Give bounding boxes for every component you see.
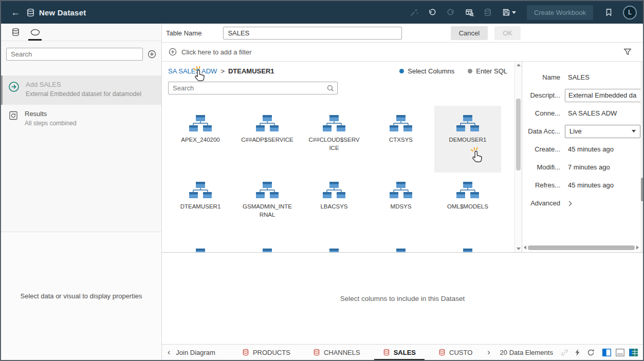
tabs-scroll-left-icon[interactable]: ‹ xyxy=(164,348,174,357)
schema-item[interactable]: C##CLOUD$SERVICE xyxy=(301,106,367,173)
tab-sales[interactable]: SALES xyxy=(372,345,427,360)
save-icon[interactable] xyxy=(498,4,520,21)
dropdown-caret-icon xyxy=(632,130,636,132)
dataset-table-tabs: PRODUCTS CHANNELS SALES CUSTO xyxy=(231,345,484,360)
properties-vertical-scrollbar[interactable] xyxy=(640,62,644,252)
lightning-icon[interactable] xyxy=(575,349,581,356)
scrollbar-thumb[interactable] xyxy=(528,245,635,250)
bookmark-icon[interactable] xyxy=(600,4,617,21)
toggle-left-pane-icon[interactable] xyxy=(602,349,611,356)
schema-item[interactable]: LBACSYS xyxy=(301,173,367,239)
dataset-icon xyxy=(24,4,37,21)
property-row-modified: Modifi... 7 minutes ago xyxy=(522,158,640,176)
tab-products[interactable]: PRODUCTS xyxy=(231,345,302,360)
top-toolbar: Create Workbook L xyxy=(406,4,637,21)
schema-item-partial[interactable] xyxy=(367,239,434,252)
properties-horizontal-scrollbar[interactable] xyxy=(524,244,639,251)
schema-icon xyxy=(189,248,212,252)
schema-item[interactable]: C##ADP$SERVICE xyxy=(234,106,301,173)
link-icon[interactable] xyxy=(561,349,568,356)
schema-item[interactable]: CTXSYS xyxy=(367,106,434,173)
property-row-refreshed: Refres... 45 minutes ago xyxy=(522,176,640,194)
ok-button[interactable]: OK xyxy=(494,26,521,40)
mode-toggle: Select Columns Enter SQL xyxy=(399,67,507,75)
schema-scrollbar[interactable] xyxy=(514,62,522,252)
schema-grid: APEX_240200 C##ADP$SERVICE C##CLOUD$SERV… xyxy=(167,106,514,252)
create-workbook-button[interactable]: Create Workbook xyxy=(527,5,593,20)
property-row-connection: Conne... SA SALES ADW xyxy=(522,104,640,122)
property-value: 45 minutes ago xyxy=(568,145,614,153)
undo-icon[interactable] xyxy=(424,4,440,21)
scrollbar-thumb[interactable] xyxy=(641,178,644,201)
mode-select-columns[interactable]: Select Columns xyxy=(399,67,454,75)
bottom-actions xyxy=(561,349,595,356)
property-label: Name xyxy=(522,73,560,81)
save-menu-caret-icon[interactable] xyxy=(512,11,516,14)
step-item-results[interactable]: Results All steps combined xyxy=(1,105,161,134)
schema-item-partial[interactable] xyxy=(434,239,501,252)
tab-data-icon[interactable] xyxy=(7,24,24,41)
breadcrumb-separator: > xyxy=(220,67,225,75)
schema-item-partial[interactable] xyxy=(167,239,234,252)
properties-placeholder-panel: Select data or visual to display propert… xyxy=(1,232,161,360)
schema-item[interactable]: DTEAMUSER1 xyxy=(167,173,234,239)
add-filter-label[interactable]: Click here to add a filter xyxy=(181,48,252,56)
layout-toggles xyxy=(602,349,638,356)
inspect-icon[interactable] xyxy=(461,4,477,21)
schema-item[interactable]: GSMADMIN_INTERNAL xyxy=(234,173,301,239)
preview-placeholder-text: Select columns to include in this Datase… xyxy=(340,295,465,302)
schema-search-input[interactable] xyxy=(168,82,338,94)
refresh-icon[interactable] xyxy=(587,349,595,356)
tab-steps-icon[interactable] xyxy=(27,24,43,41)
redo-icon[interactable] xyxy=(443,4,459,21)
property-label: Data Acc... xyxy=(522,127,560,135)
schema-label: C##CLOUD$SERVICE xyxy=(308,136,360,152)
add-step-icon[interactable] xyxy=(148,50,156,59)
advanced-toggle[interactable]: Advanced xyxy=(522,194,640,212)
filter-funnel-icon[interactable] xyxy=(623,48,632,56)
tab-customers[interactable]: CUSTO xyxy=(427,345,484,360)
cancel-button[interactable]: Cancel xyxy=(451,26,488,40)
schema-label: CTXSYS xyxy=(375,136,427,144)
data-grid-view-icon[interactable] xyxy=(629,349,638,356)
data-icon[interactable] xyxy=(480,4,496,21)
property-label: Descript... xyxy=(522,91,560,99)
auto-insights-icon[interactable] xyxy=(406,4,422,21)
scrollbar-thumb[interactable] xyxy=(516,99,521,170)
scroll-down-icon[interactable] xyxy=(517,248,521,250)
schema-item-partial[interactable] xyxy=(234,239,301,252)
schema-search-row xyxy=(168,82,338,94)
bottom-bar: ‹ Join Diagram PRODUCTS CHANNELS SALES xyxy=(162,344,643,360)
app-window: ← New Dataset xyxy=(0,0,644,361)
description-input[interactable] xyxy=(565,89,640,102)
toggle-bottom-pane-icon[interactable] xyxy=(616,349,624,356)
property-value: 7 minutes ago xyxy=(568,163,610,171)
mode-label: Select Columns xyxy=(408,67,454,75)
sidebar-tabs xyxy=(1,24,161,41)
schema-item-selected[interactable]: DEMOUSER1 xyxy=(434,106,501,173)
tabs-scroll-right-icon[interactable]: › xyxy=(484,348,493,357)
avatar[interactable]: L xyxy=(623,6,637,20)
mode-dot-icon xyxy=(468,69,472,73)
schema-icon xyxy=(256,115,279,132)
schema-item[interactable]: APEX_240200 xyxy=(167,106,234,173)
mode-enter-sql[interactable]: Enter SQL xyxy=(468,67,507,75)
schema-item-partial[interactable] xyxy=(301,239,367,252)
scroll-up-icon[interactable] xyxy=(517,64,521,66)
schema-icon xyxy=(456,248,479,252)
tab-channels[interactable]: CHANNELS xyxy=(302,345,372,360)
breadcrumb-connection-link[interactable]: SA SALES ADW xyxy=(168,67,217,75)
data-access-select[interactable]: Live xyxy=(565,125,640,138)
step-title: Add SALES xyxy=(26,81,141,88)
table-name-input[interactable] xyxy=(223,27,402,40)
join-diagram-tab[interactable]: Join Diagram xyxy=(176,349,215,356)
add-filter-icon[interactable] xyxy=(169,48,177,56)
back-icon[interactable]: ← xyxy=(7,4,24,21)
sidebar-search-input[interactable] xyxy=(6,48,143,61)
scroll-right-icon[interactable] xyxy=(636,245,639,250)
schema-item[interactable]: MDSYS xyxy=(367,173,434,239)
breadcrumb: SA SALES ADW > DTEAMUSER1 Select Columns… xyxy=(162,62,514,80)
schema-item[interactable]: OML$MODELS xyxy=(434,173,501,239)
step-item-add-sales[interactable]: Add SALES External Embedded dataset for … xyxy=(1,75,161,105)
scroll-left-icon[interactable] xyxy=(524,245,526,250)
